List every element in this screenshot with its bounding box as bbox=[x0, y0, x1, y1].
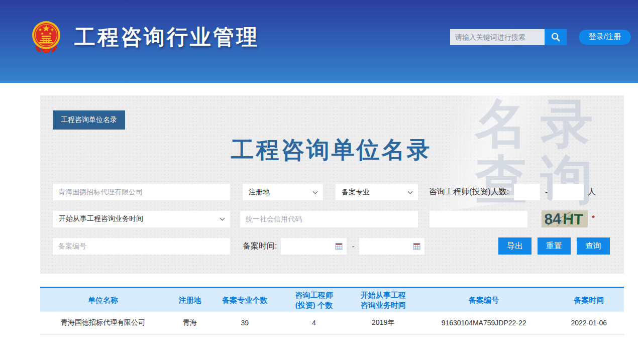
result-table: 单位名称 注册地 备案专业个数 咨询工程师 (投资) 个数 开始从事工程 咨询业… bbox=[40, 287, 624, 334]
record-number-input[interactable] bbox=[53, 238, 230, 255]
captcha-input[interactable] bbox=[430, 211, 527, 227]
cell-unit-name: 青海国德招标代理有限公司 bbox=[40, 312, 166, 334]
specialty-select[interactable]: 备案专业 bbox=[336, 184, 418, 200]
record-time-start-input[interactable] bbox=[281, 238, 347, 255]
query-button[interactable]: 查询 bbox=[577, 237, 610, 255]
form-row-2: 开始从事工程咨询业务时间 84 HT * bbox=[53, 210, 610, 227]
page-title: 工程咨询单位名录 bbox=[53, 135, 610, 166]
form-row-3: 备案时间: - bbox=[53, 237, 610, 255]
col-header-record-no: 备案编号 bbox=[414, 288, 554, 312]
record-time-label: 备案时间: bbox=[243, 241, 277, 252]
start-time-select-value: 开始从事工程咨询业务时间 bbox=[59, 214, 143, 223]
engineer-count-max-input[interactable] bbox=[553, 184, 584, 200]
start-time-select[interactable]: 开始从事工程咨询业务时间 bbox=[53, 211, 230, 227]
reset-button[interactable]: 重置 bbox=[538, 237, 571, 255]
calendar-icon bbox=[413, 242, 420, 250]
header-search-group bbox=[450, 29, 567, 45]
tab-consulting-unit-directory[interactable]: 工程咨询单位名录 bbox=[53, 110, 125, 130]
col-header-start-time: 开始从事工程 咨询业务时间 bbox=[353, 288, 414, 312]
person-unit-label: 人 bbox=[588, 187, 596, 197]
table-row: 青海国德招标代理有限公司 青海 39 4 2019年 91630104MA759… bbox=[40, 312, 624, 334]
query-panel: 名录 查询 工程咨询单位名录 工程咨询单位名录 注册地 备案专业 咨询工程师(投… bbox=[40, 95, 624, 274]
company-name-input[interactable] bbox=[53, 184, 230, 200]
credit-code-input[interactable] bbox=[240, 211, 418, 227]
national-emblem-logo bbox=[30, 19, 62, 55]
cell-specialty-count: 39 bbox=[214, 312, 275, 334]
site-header: 工程咨询行业管理 登录/注册 bbox=[0, 0, 638, 83]
search-button[interactable] bbox=[545, 29, 567, 45]
chevron-down-icon bbox=[220, 216, 225, 221]
engineer-count-label: 咨询工程师(投资)人数: bbox=[429, 187, 509, 197]
header-search-input[interactable] bbox=[450, 29, 545, 45]
action-buttons: 导出 重置 查询 bbox=[492, 237, 610, 255]
range-dash: - bbox=[352, 242, 354, 251]
col-header-specialty-count: 备案专业个数 bbox=[214, 288, 275, 312]
record-time-end-input[interactable] bbox=[359, 238, 424, 255]
col-header-engineer-count: 咨询工程师 (投资) 个数 bbox=[275, 288, 352, 312]
chevron-down-icon bbox=[313, 189, 318, 194]
site-title: 工程咨询行业管理 bbox=[74, 23, 259, 51]
login-register-button[interactable]: 登录/注册 bbox=[579, 30, 631, 45]
captcha-image[interactable]: 84 HT bbox=[542, 210, 588, 227]
specialty-select-value: 备案专业 bbox=[342, 188, 370, 197]
col-header-region: 注册地 bbox=[166, 288, 214, 312]
engineer-count-min-input[interactable] bbox=[514, 184, 540, 200]
cell-start-time: 2019年 bbox=[353, 312, 414, 334]
search-icon bbox=[550, 32, 561, 43]
calendar-icon bbox=[335, 242, 343, 250]
col-header-record-time: 备案时间 bbox=[554, 288, 624, 312]
cell-record-time: 2022-01-06 bbox=[554, 312, 624, 334]
form-row-1: 注册地 备案专业 咨询工程师(投资)人数: - 人 bbox=[53, 184, 610, 200]
cell-engineer-count: 4 bbox=[275, 312, 352, 334]
cell-record-no: 91630104MA759JDP22-22 bbox=[414, 312, 554, 334]
range-dash: - bbox=[545, 188, 548, 196]
col-header-unit-name: 单位名称 bbox=[40, 288, 166, 312]
query-form: 注册地 备案专业 咨询工程师(投资)人数: - 人 开始从事工程咨询业务时间 bbox=[53, 184, 610, 255]
export-button[interactable]: 导出 bbox=[498, 237, 531, 255]
captcha-required-mark: * bbox=[592, 213, 595, 222]
region-select-value: 注册地 bbox=[249, 188, 270, 197]
table-header-row: 单位名称 注册地 备案专业个数 咨询工程师 (投资) 个数 开始从事工程 咨询业… bbox=[40, 287, 624, 312]
region-select[interactable]: 注册地 bbox=[243, 184, 323, 200]
cell-region: 青海 bbox=[166, 312, 214, 334]
chevron-down-icon bbox=[408, 189, 413, 194]
